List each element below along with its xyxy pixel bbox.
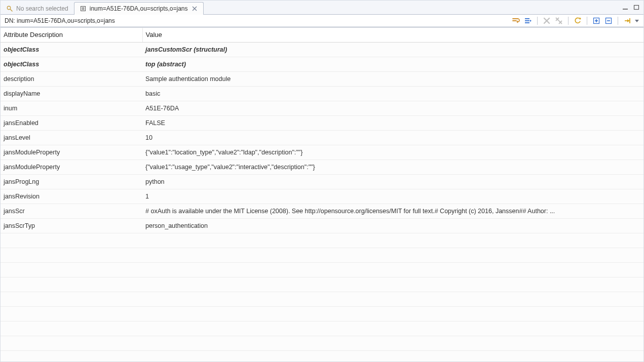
close-icon[interactable] xyxy=(191,5,198,12)
delete-icon xyxy=(542,16,552,26)
table-row xyxy=(1,277,643,292)
value-cell[interactable]: 10 xyxy=(142,131,643,145)
tab-bar: No search selected inum=A51E-76DA,ou=scr… xyxy=(1,1,643,14)
entry-icon xyxy=(80,5,87,12)
table-row[interactable]: jansScrTypperson_authentication xyxy=(1,219,643,233)
col-header-value[interactable]: Value xyxy=(142,28,643,43)
tab-no-search[interactable]: No search selected xyxy=(1,2,74,15)
attr-cell: description xyxy=(1,72,142,87)
value-cell[interactable]: {"value1":"usage_type","value2":"interac… xyxy=(142,160,643,175)
table-row[interactable]: jansRevision1 xyxy=(1,189,643,204)
quick-search-icon[interactable] xyxy=(622,16,632,26)
attr-cell: jansEnabled xyxy=(1,116,142,131)
attr-cell: displayName xyxy=(1,87,142,101)
attr-cell: jansModuleProperty xyxy=(1,160,142,175)
svg-line-1 xyxy=(10,9,12,11)
dn-bar: DN: inum=A51E-76DA,ou=scripts,o=jans xyxy=(1,14,643,27)
toolbar-separator xyxy=(618,17,618,25)
table-row xyxy=(1,263,643,277)
tab-entry[interactable]: inum=A51E-76DA,ou=scripts,o=jans xyxy=(74,2,204,15)
table-row[interactable]: jansModuleProperty{"value1":"usage_type"… xyxy=(1,160,643,175)
col-header-attribute[interactable]: Attribute Description xyxy=(1,28,142,43)
value-cell[interactable]: basic xyxy=(142,87,643,101)
attr-cell: jansScr xyxy=(1,204,142,219)
table-row[interactable]: displayNamebasic xyxy=(1,87,643,101)
dn-value: inum=A51E-76DA,ou=scripts,o=jans xyxy=(17,17,115,24)
ldap-search-icon xyxy=(6,5,13,12)
refresh-icon[interactable] xyxy=(573,16,583,26)
value-cell[interactable]: python xyxy=(142,175,643,189)
table-row[interactable]: jansLevel10 xyxy=(1,131,643,145)
wrap-lines-icon[interactable] xyxy=(511,16,521,26)
table-row xyxy=(1,307,643,321)
collapse-all-icon[interactable] xyxy=(603,16,614,26)
delete-all-icon xyxy=(554,16,564,26)
table-row xyxy=(1,336,643,351)
value-cell[interactable]: person_authentication xyxy=(142,219,643,233)
value-cell[interactable]: Sample authentication module xyxy=(142,72,643,87)
svg-marker-28 xyxy=(635,20,639,22)
table-row[interactable]: descriptionSample authentication module xyxy=(1,72,643,87)
table-row[interactable]: jansProgLngpython xyxy=(1,175,643,189)
minimize-icon[interactable] xyxy=(621,4,629,11)
svg-rect-9 xyxy=(634,5,639,9)
attr-cell: objectClass xyxy=(1,43,142,57)
table-row[interactable]: objectClasstop (abstract) xyxy=(1,57,643,72)
table-row[interactable]: jansScr# oxAuth is available under the M… xyxy=(1,204,643,219)
maximize-icon[interactable] xyxy=(632,4,640,11)
table-row xyxy=(1,351,643,362)
toolbar-separator xyxy=(537,17,538,25)
tab-label: inum=A51E-76DA,ou=scripts,o=jans xyxy=(90,5,188,12)
table-row[interactable]: jansModuleProperty{"value1":"location_ty… xyxy=(1,145,643,160)
value-cell[interactable]: FALSE xyxy=(142,116,643,131)
attr-cell: jansModuleProperty xyxy=(1,145,142,160)
attr-cell: objectClass xyxy=(1,57,142,72)
table-row xyxy=(1,233,643,248)
dropdown-arrow-icon[interactable] xyxy=(634,16,639,26)
value-cell[interactable]: top (abstract) xyxy=(142,57,643,72)
svg-marker-13 xyxy=(530,20,532,22)
table-row[interactable]: inumA51E-76DA xyxy=(1,101,643,116)
attribute-table-container: Attribute Description Value objectClassj… xyxy=(1,27,643,361)
table-row xyxy=(1,321,643,336)
svg-marker-20 xyxy=(580,17,581,20)
value-cell[interactable]: # oxAuth is available under the MIT Lice… xyxy=(142,204,643,219)
attr-cell: jansLevel xyxy=(1,131,142,145)
toolbar-separator xyxy=(587,17,587,25)
attr-cell: jansRevision xyxy=(1,189,142,204)
toolbar xyxy=(511,16,639,26)
expand-all-icon[interactable] xyxy=(591,16,601,26)
toggle-display-icon[interactable] xyxy=(523,16,533,26)
attr-cell: jansScrTyp xyxy=(1,219,142,233)
attr-cell: inum xyxy=(1,101,142,116)
attr-cell: jansProgLng xyxy=(1,175,142,189)
dn-prefix: DN: xyxy=(5,17,15,24)
table-row xyxy=(1,248,643,263)
toolbar-separator xyxy=(568,17,569,25)
table-row xyxy=(1,292,643,307)
value-cell[interactable]: A51E-76DA xyxy=(142,101,643,116)
value-cell[interactable]: jansCustomScr (structural) xyxy=(142,43,643,57)
attribute-table: Attribute Description Value objectClassj… xyxy=(1,28,643,361)
tab-label: No search selected xyxy=(16,5,68,12)
value-cell[interactable]: {"value1":"location_type","value2":"ldap… xyxy=(142,145,643,160)
table-row[interactable]: jansEnabledFALSE xyxy=(1,116,643,131)
table-row[interactable]: objectClassjansCustomScr (structural) xyxy=(1,43,643,57)
value-cell[interactable]: 1 xyxy=(142,189,643,204)
window-controls xyxy=(621,1,643,14)
